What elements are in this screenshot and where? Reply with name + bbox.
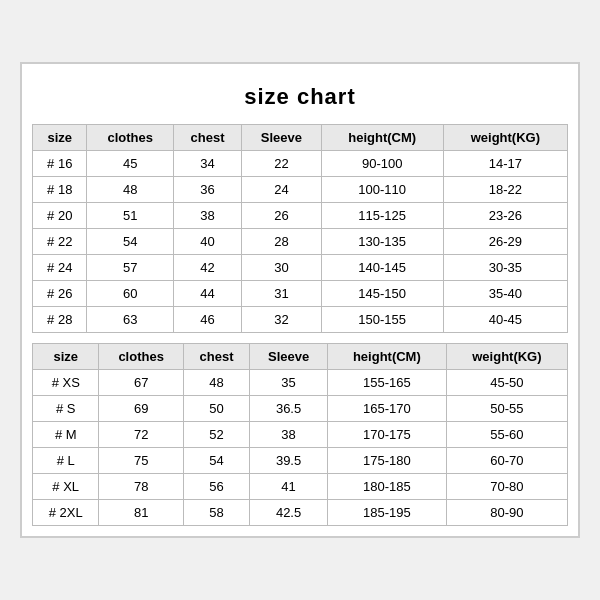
table-cell: 54: [87, 229, 173, 255]
table-cell: 38: [250, 422, 328, 448]
table-cell: 22: [242, 151, 322, 177]
table-cell: 45-50: [446, 370, 567, 396]
table-cell: 100-110: [321, 177, 443, 203]
table-cell: # 16: [33, 151, 87, 177]
table-cell: # 20: [33, 203, 87, 229]
table-cell: 18-22: [443, 177, 567, 203]
size-chart-container: size chart sizeclotheschestSleeveheight(…: [20, 62, 580, 538]
table-cell: 54: [183, 448, 249, 474]
table-row: # XL785641180-18570-80: [33, 474, 568, 500]
column-header: height(CM): [321, 125, 443, 151]
table-cell: 40-45: [443, 307, 567, 333]
table-cell: 52: [183, 422, 249, 448]
table-row: # 20513826115-12523-26: [33, 203, 568, 229]
column-header: clothes: [87, 125, 173, 151]
table-cell: 69: [99, 396, 183, 422]
table-cell: 90-100: [321, 151, 443, 177]
table-cell: 185-195: [327, 500, 446, 526]
column-header: Sleeve: [242, 125, 322, 151]
table-cell: # 18: [33, 177, 87, 203]
table-row: # 18483624100-11018-22: [33, 177, 568, 203]
table-cell: # 28: [33, 307, 87, 333]
table-cell: 155-165: [327, 370, 446, 396]
table-cell: 14-17: [443, 151, 567, 177]
table-cell: 51: [87, 203, 173, 229]
table-cell: 42.5: [250, 500, 328, 526]
table-cell: 30: [242, 255, 322, 281]
table-cell: 80-90: [446, 500, 567, 526]
size-table-0: sizeclotheschestSleeveheight(CM)weight(K…: [32, 124, 568, 333]
table-cell: 31: [242, 281, 322, 307]
table-cell: 170-175: [327, 422, 446, 448]
table-cell: 57: [87, 255, 173, 281]
table-cell: # 2XL: [33, 500, 99, 526]
chart-title: size chart: [32, 74, 568, 124]
table-cell: 60: [87, 281, 173, 307]
table-cell: 81: [99, 500, 183, 526]
table-row: # 28634632150-15540-45: [33, 307, 568, 333]
table-cell: 23-26: [443, 203, 567, 229]
table-row: # 26604431145-15035-40: [33, 281, 568, 307]
table-cell: 50-55: [446, 396, 567, 422]
table-cell: 41: [250, 474, 328, 500]
table-cell: 48: [87, 177, 173, 203]
table-cell: 46: [173, 307, 241, 333]
table-row: # 2XL815842.5185-19580-90: [33, 500, 568, 526]
table-cell: 24: [242, 177, 322, 203]
table-cell: # L: [33, 448, 99, 474]
table-cell: 39.5: [250, 448, 328, 474]
table-cell: 140-145: [321, 255, 443, 281]
table-cell: 130-135: [321, 229, 443, 255]
table-cell: 35: [250, 370, 328, 396]
table-cell: 78: [99, 474, 183, 500]
table-cell: 75: [99, 448, 183, 474]
table-row: # XS674835155-16545-50: [33, 370, 568, 396]
table-cell: 45: [87, 151, 173, 177]
table-cell: 115-125: [321, 203, 443, 229]
table-cell: 26: [242, 203, 322, 229]
table-row: # 24574230140-14530-35: [33, 255, 568, 281]
table-cell: 28: [242, 229, 322, 255]
table-cell: 63: [87, 307, 173, 333]
table-row: # M725238170-17555-60: [33, 422, 568, 448]
table-row: # 22544028130-13526-29: [33, 229, 568, 255]
table-cell: 145-150: [321, 281, 443, 307]
table-cell: 34: [173, 151, 241, 177]
table-cell: 36: [173, 177, 241, 203]
column-header: size: [33, 344, 99, 370]
table-row: # S695036.5165-17050-55: [33, 396, 568, 422]
table-cell: 180-185: [327, 474, 446, 500]
column-header: size: [33, 125, 87, 151]
table-cell: # 22: [33, 229, 87, 255]
table-cell: 42: [173, 255, 241, 281]
table-cell: 58: [183, 500, 249, 526]
column-header: weight(KG): [443, 125, 567, 151]
table-cell: # 24: [33, 255, 87, 281]
table-cell: # XS: [33, 370, 99, 396]
table-row: # L755439.5175-18060-70: [33, 448, 568, 474]
table-cell: # S: [33, 396, 99, 422]
table-cell: 38: [173, 203, 241, 229]
table-cell: 36.5: [250, 396, 328, 422]
column-header: chest: [183, 344, 249, 370]
table-cell: 32: [242, 307, 322, 333]
column-header: Sleeve: [250, 344, 328, 370]
table-cell: 56: [183, 474, 249, 500]
table-cell: 67: [99, 370, 183, 396]
column-header: height(CM): [327, 344, 446, 370]
table-cell: 55-60: [446, 422, 567, 448]
table-cell: 30-35: [443, 255, 567, 281]
column-header: weight(KG): [446, 344, 567, 370]
table-cell: 35-40: [443, 281, 567, 307]
table-row: # 1645342290-10014-17: [33, 151, 568, 177]
table-cell: 48: [183, 370, 249, 396]
table-cell: # M: [33, 422, 99, 448]
table-cell: 50: [183, 396, 249, 422]
column-header: chest: [173, 125, 241, 151]
table-cell: 150-155: [321, 307, 443, 333]
size-table-1: sizeclotheschestSleeveheight(CM)weight(K…: [32, 343, 568, 526]
table-cell: # XL: [33, 474, 99, 500]
table-cell: 44: [173, 281, 241, 307]
table-cell: # 26: [33, 281, 87, 307]
table-cell: 40: [173, 229, 241, 255]
